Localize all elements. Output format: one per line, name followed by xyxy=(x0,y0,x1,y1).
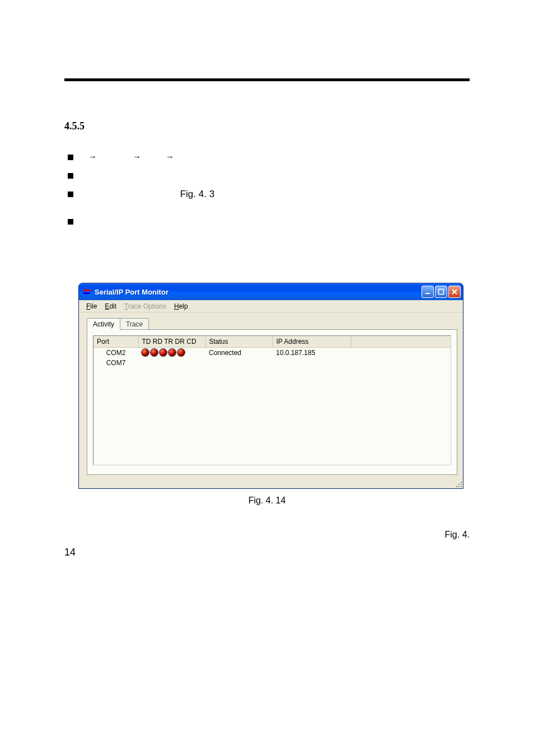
cell-ip xyxy=(273,358,351,368)
bullet-list: → → → Fig. 4. 3 xyxy=(68,149,470,228)
svg-rect-6 xyxy=(458,486,460,487)
arrow-icon: → xyxy=(87,149,99,164)
svg-rect-0 xyxy=(425,293,430,294)
menu-help[interactable]: Help xyxy=(170,301,192,311)
bullet-text: Fig. 4. 3 xyxy=(87,186,470,203)
close-button[interactable] xyxy=(448,286,461,298)
bullet-square-icon xyxy=(68,173,73,179)
window-title: Serial/IP Port Monitor xyxy=(95,288,421,296)
header-rule xyxy=(64,78,470,81)
figure-ref: Fig. 4. xyxy=(445,530,470,539)
bullet-text xyxy=(87,167,470,183)
signal-leds xyxy=(142,349,202,356)
col-spacer xyxy=(351,336,451,347)
tab-panel: Port TD RD TR DR CD Status IP Address CO… xyxy=(87,329,457,475)
paragraph: Fig. 4. xyxy=(64,526,470,543)
led-td-icon xyxy=(142,349,149,356)
window-buttons xyxy=(421,286,461,298)
cell-status xyxy=(205,358,273,368)
page: 4.5.5 → → → Fig. 4. xyxy=(0,0,534,756)
led-tr-icon xyxy=(160,349,167,356)
table-header-row: Port TD RD TR DR CD Status IP Address xyxy=(93,336,451,347)
tab-strip: Activity Trace xyxy=(87,317,457,329)
tab-activity[interactable]: Activity xyxy=(87,318,120,330)
bullet-item: → → → xyxy=(68,149,470,164)
menu-file[interactable]: File xyxy=(82,301,101,311)
arrow-icon: → xyxy=(164,149,176,164)
menu-trace-options: Trace Options xyxy=(120,301,170,311)
col-ip[interactable]: IP Address xyxy=(273,336,351,347)
tab-trace[interactable]: Trace xyxy=(120,318,149,329)
menu-bar: File Edit Trace Options Help xyxy=(79,300,463,312)
bullet-item xyxy=(68,213,470,228)
app-window: Serial/IP Port Monitor File Edit Trace O… xyxy=(78,283,463,489)
resize-grip-icon[interactable] xyxy=(454,479,463,488)
bullet-item xyxy=(68,167,470,183)
bullet-square-icon xyxy=(68,219,73,225)
svg-rect-7 xyxy=(461,486,462,487)
bullet-item: Fig. 4. 3 xyxy=(68,186,470,203)
section-number: 4.5.5 xyxy=(64,120,470,132)
bullet-square-icon xyxy=(68,155,73,160)
client-area: Activity Trace Port TD RD TR DR CD Statu… xyxy=(79,312,463,488)
led-rd-icon xyxy=(151,349,158,356)
bullet-text: → → → xyxy=(87,149,470,164)
svg-rect-2 xyxy=(461,482,462,483)
arrow-icon: → xyxy=(131,149,143,164)
cell-signals xyxy=(138,358,205,368)
figure-ref-num: 14 xyxy=(64,547,76,558)
minimize-button[interactable] xyxy=(421,286,434,298)
cell-port: COM7 xyxy=(93,358,138,368)
led-dr-icon xyxy=(168,349,176,356)
figure-ref: Fig. 4. 3 xyxy=(180,189,214,199)
grid-frame: Port TD RD TR DR CD Status IP Address CO… xyxy=(93,335,451,465)
cell-status: Connected xyxy=(205,347,273,358)
figure-caption: Fig. 4. 14 xyxy=(0,496,534,506)
svg-rect-4 xyxy=(461,484,462,485)
app-icon xyxy=(82,287,91,296)
cell-ip: 10.0.187.185 xyxy=(273,347,351,358)
table-row[interactable]: COM7 xyxy=(93,358,451,368)
cell-signals xyxy=(138,347,205,358)
title-bar[interactable]: Serial/IP Port Monitor xyxy=(79,283,463,300)
col-status[interactable]: Status xyxy=(205,336,273,347)
col-signals[interactable]: TD RD TR DR CD xyxy=(138,336,205,347)
led-cd-icon xyxy=(177,349,185,356)
table-row[interactable]: COM2 Co xyxy=(93,347,451,358)
svg-rect-3 xyxy=(458,484,460,485)
bullet-square-icon xyxy=(68,192,73,197)
ports-table: Port TD RD TR DR CD Status IP Address CO… xyxy=(93,336,451,368)
col-port[interactable]: Port xyxy=(93,336,138,347)
menu-edit[interactable]: Edit xyxy=(101,301,120,311)
cell-port: COM2 xyxy=(93,347,138,358)
svg-rect-5 xyxy=(456,486,457,487)
maximize-button[interactable] xyxy=(435,286,447,298)
svg-rect-1 xyxy=(439,290,444,295)
bullet-text xyxy=(87,213,470,228)
